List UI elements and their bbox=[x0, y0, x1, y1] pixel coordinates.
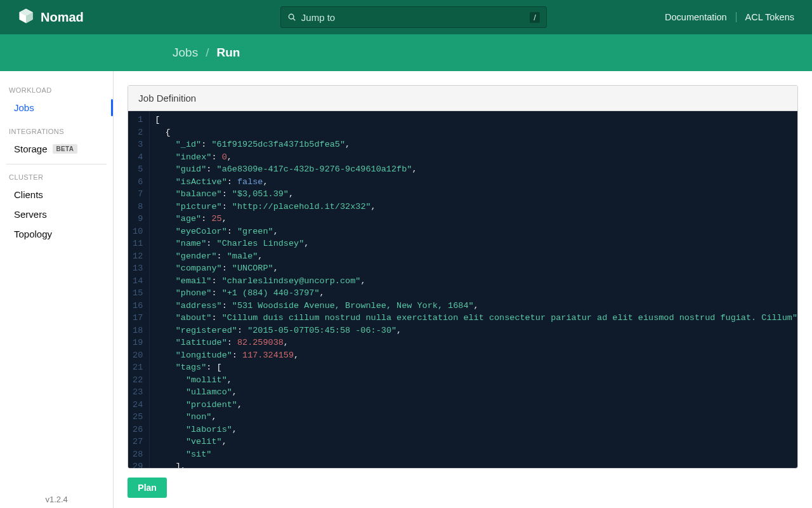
sidebar-group-cluster: CLUSTER bbox=[0, 170, 113, 185]
sidebar-item-label: Topology bbox=[14, 229, 52, 239]
search-input[interactable] bbox=[301, 12, 530, 23]
editor-code[interactable]: [ { "_id": "61f91925dc3fa4371b5dfea5", "… bbox=[150, 111, 797, 468]
breadcrumb: Jobs / Run bbox=[0, 34, 812, 71]
page-body: WORKLOAD Jobs INTEGRATIONS Storage BETA … bbox=[0, 71, 812, 508]
main-content: Job Definition 1234567891011121314151617… bbox=[114, 71, 812, 508]
sidebar-item-servers[interactable]: Servers bbox=[0, 204, 113, 224]
sidebar-item-label: Jobs bbox=[14, 102, 34, 113]
sidebar-item-jobs[interactable]: Jobs bbox=[0, 98, 113, 117]
version-label: v1.2.4 bbox=[0, 495, 113, 504]
svg-point-3 bbox=[289, 14, 294, 19]
sidebar-group-integrations: INTEGRATIONS bbox=[0, 124, 113, 139]
beta-badge: BETA bbox=[53, 144, 78, 154]
job-definition-panel: Job Definition 1234567891011121314151617… bbox=[128, 85, 798, 469]
svg-line-4 bbox=[293, 18, 295, 20]
sidebar-item-label: Clients bbox=[14, 189, 43, 200]
search-icon bbox=[287, 13, 296, 22]
brand[interactable]: Nomad bbox=[18, 8, 84, 27]
sidebar-item-topology[interactable]: Topology bbox=[0, 224, 113, 244]
sidebar-group-workload: WORKLOAD bbox=[0, 83, 113, 98]
global-search[interactable]: / bbox=[280, 6, 547, 28]
sidebar-item-clients[interactable]: Clients bbox=[0, 185, 113, 204]
editor-gutter: 1234567891011121314151617181920212223242… bbox=[128, 111, 150, 468]
sidebar-item-label: Storage bbox=[14, 144, 48, 154]
nav-divider bbox=[736, 12, 737, 22]
topnav: Documentation ACL Tokens bbox=[665, 12, 794, 22]
nav-documentation[interactable]: Documentation bbox=[665, 12, 727, 22]
nav-acl-tokens[interactable]: ACL Tokens bbox=[745, 12, 794, 22]
breadcrumb-separator: / bbox=[206, 46, 209, 60]
breadcrumb-current: Run bbox=[216, 46, 240, 60]
sidebar-item-storage[interactable]: Storage BETA bbox=[0, 139, 113, 159]
code-editor[interactable]: 1234567891011121314151617181920212223242… bbox=[128, 111, 797, 468]
sidebar: WORKLOAD Jobs INTEGRATIONS Storage BETA … bbox=[0, 71, 114, 508]
panel-title: Job Definition bbox=[128, 86, 797, 111]
brand-text: Nomad bbox=[41, 10, 84, 25]
breadcrumb-parent[interactable]: Jobs bbox=[173, 46, 198, 60]
sidebar-divider bbox=[6, 164, 107, 164]
plan-button[interactable]: Plan bbox=[128, 478, 167, 498]
nomad-logo-icon bbox=[18, 8, 34, 27]
sidebar-item-label: Servers bbox=[14, 209, 47, 220]
topbar: Nomad / Documentation ACL Tokens bbox=[0, 0, 812, 34]
search-kbd-hint: / bbox=[530, 12, 540, 23]
